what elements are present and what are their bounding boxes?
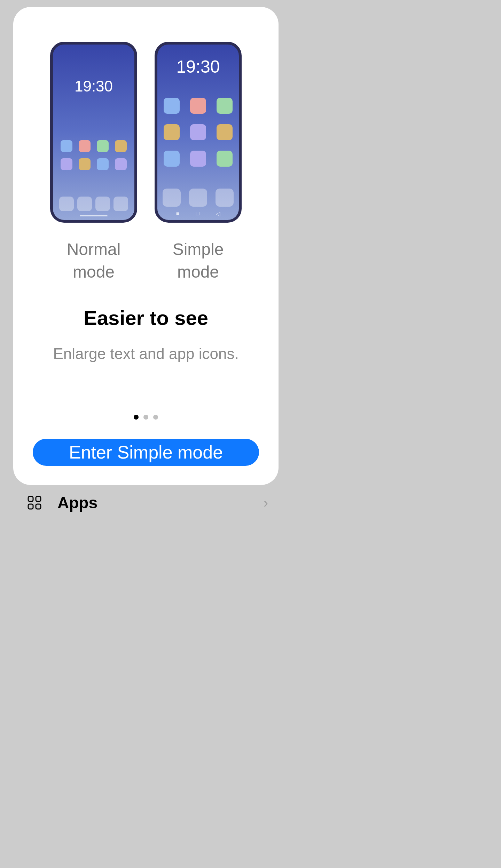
- dock-icon: [95, 197, 110, 211]
- dock-simple: [163, 189, 234, 207]
- app-icon: [217, 98, 233, 114]
- page-dot[interactable]: [134, 415, 139, 420]
- normal-mode-label: Normal mode: [50, 238, 137, 284]
- app-icon: [190, 124, 206, 140]
- app-icon: [79, 140, 91, 152]
- apps-label: Apps: [57, 493, 264, 512]
- app-icon: [61, 158, 72, 170]
- app-icon-grid-simple: [157, 98, 239, 167]
- page-dot[interactable]: [153, 415, 158, 420]
- dock-normal: [59, 197, 128, 211]
- app-icon: [164, 151, 180, 167]
- headline: Easier to see: [84, 306, 208, 329]
- dock-icon: [163, 189, 181, 207]
- dock-icon: [216, 189, 234, 207]
- page-dot[interactable]: [143, 415, 148, 420]
- chevron-right-icon: ›: [264, 495, 268, 511]
- phone-preview-normal: 19:30: [50, 42, 137, 223]
- app-icon: [217, 151, 233, 167]
- app-icon: [97, 140, 109, 152]
- nav-bar: ≡ □ ◁: [157, 210, 239, 217]
- app-icon: [79, 158, 91, 170]
- back-icon: ◁: [216, 210, 220, 217]
- svg-rect-0: [28, 496, 33, 501]
- app-icon: [115, 158, 127, 170]
- dock-icon: [189, 189, 207, 207]
- dock-icon: [77, 197, 92, 211]
- phones-comparison: 19:30 19:30: [50, 42, 242, 223]
- app-icon: [217, 124, 233, 140]
- app-icon: [61, 140, 72, 152]
- mode-labels-row: Normal mode Simple mode: [27, 238, 265, 284]
- apps-list-item[interactable]: Apps ›: [13, 485, 279, 520]
- home-icon: □: [196, 210, 199, 217]
- subline: Enlarge text and app icons.: [53, 345, 238, 363]
- app-icon: [164, 124, 180, 140]
- recents-icon: ≡: [176, 210, 179, 217]
- home-indicator: [80, 215, 108, 216]
- apps-icon: [27, 495, 42, 510]
- dock-icon: [59, 197, 74, 211]
- phone-preview-simple: 19:30 ≡ □ ◁: [155, 42, 242, 223]
- app-icon: [164, 98, 180, 114]
- app-icon: [97, 158, 109, 170]
- svg-rect-3: [36, 504, 41, 509]
- app-icon-grid-normal: [53, 140, 134, 170]
- phone-time: 19:30: [157, 57, 239, 77]
- simple-mode-card: 19:30 19:30: [13, 7, 279, 485]
- svg-rect-2: [28, 504, 33, 509]
- page-indicator: [134, 415, 158, 420]
- simple-mode-label: Simple mode: [155, 238, 242, 284]
- dock-icon: [113, 197, 128, 211]
- phone-time: 19:30: [53, 78, 134, 95]
- enter-simple-mode-button[interactable]: Enter Simple mode: [33, 439, 259, 466]
- app-icon: [190, 151, 206, 167]
- app-icon: [115, 140, 127, 152]
- app-icon: [190, 98, 206, 114]
- svg-rect-1: [36, 496, 41, 501]
